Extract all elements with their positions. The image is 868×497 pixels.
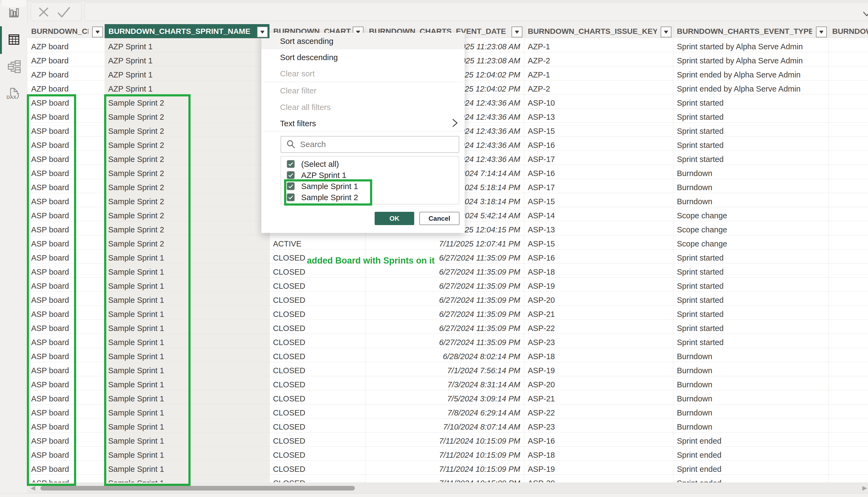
svg-text:DAX: DAX	[6, 95, 16, 100]
